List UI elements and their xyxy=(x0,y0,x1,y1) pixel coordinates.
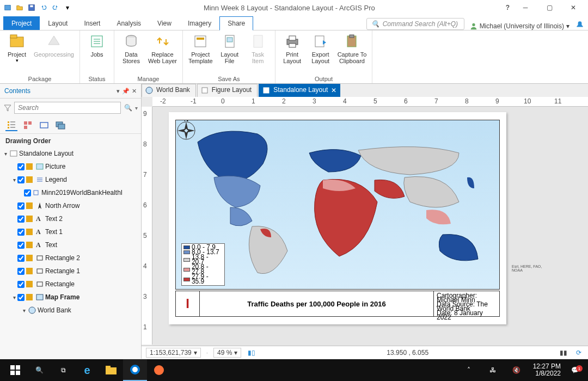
print-layout-button[interactable]: Print Layout xyxy=(279,32,306,65)
contents-search-input[interactable] xyxy=(14,102,121,114)
edge-icon[interactable]: e xyxy=(75,359,99,381)
file-explorer-icon[interactable] xyxy=(99,359,123,381)
north-arrow-icon: N xyxy=(176,120,197,141)
visibility-checkbox[interactable] xyxy=(17,229,24,236)
tree-item-legend[interactable]: ▾Legend xyxy=(2,173,139,186)
tree-item-rect[interactable]: Rectangle xyxy=(2,278,139,291)
filter-icon[interactable] xyxy=(3,103,12,112)
project-package-button[interactable]: Project ▾ xyxy=(3,32,30,64)
notifications-icon[interactable] xyxy=(575,20,585,30)
taskbar-clock[interactable]: 12:27 PM1/8/2022 xyxy=(529,363,565,377)
tray-chevron-icon[interactable]: ˄ xyxy=(457,359,481,381)
user-menu[interactable]: Michael (University of Illinois) ▾ xyxy=(470,22,569,30)
tree-root[interactable]: ▾Standalone Layout xyxy=(2,147,139,160)
command-search[interactable]: 🔍 Command Search (Alt+Q) xyxy=(366,18,464,30)
tree-item-mapframe[interactable]: ▾Map Frame xyxy=(2,291,139,304)
tab-share[interactable]: Share xyxy=(219,16,253,30)
pane-menu-icon[interactable]: ▾ xyxy=(117,88,120,95)
task-view-icon[interactable]: ⧉ xyxy=(51,359,75,381)
qat-customize-icon[interactable]: ▾ xyxy=(62,2,73,13)
visibility-checkbox[interactable] xyxy=(17,216,24,223)
tree-item-text2[interactable]: AText 2 xyxy=(2,212,139,225)
export-layout-button[interactable]: Export Layout xyxy=(307,32,334,65)
doc-tab-worldbank[interactable]: World Bank xyxy=(142,84,196,97)
chevron-down-icon: ▾ xyxy=(16,58,19,63)
replace-web-layer-button[interactable]: Replace Web Layer xyxy=(146,32,179,65)
list-by-element-icon[interactable] xyxy=(38,119,50,131)
list-by-selection-icon[interactable] xyxy=(54,119,66,131)
tree-item-text[interactable]: AText xyxy=(2,238,139,251)
tree-item-rect2[interactable]: Rectangle 2 xyxy=(2,251,139,265)
tree-item-north-arrow[interactable]: North Arrow xyxy=(2,199,139,212)
visibility-checkbox[interactable] xyxy=(17,281,24,288)
visibility-checkbox[interactable] xyxy=(17,202,24,210)
start-button[interactable] xyxy=(3,359,27,381)
visibility-checkbox[interactable] xyxy=(17,242,24,249)
svg-rect-45 xyxy=(26,242,33,248)
data-stores-button[interactable]: Data Stores xyxy=(118,32,145,65)
pane-close-icon[interactable]: ✕ xyxy=(132,88,137,95)
svg-rect-15 xyxy=(254,35,262,47)
list-by-source-icon[interactable] xyxy=(22,119,34,131)
refresh-icon[interactable]: ⟳ xyxy=(574,348,584,358)
svg-rect-41 xyxy=(34,190,38,195)
visibility-checkbox[interactable] xyxy=(17,176,24,183)
project-template-button[interactable]: Project Template xyxy=(186,32,215,65)
pause-drawing-icon[interactable]: ▮▮ xyxy=(559,348,568,358)
doc-tab-standalone-layout[interactable]: Standalone Layout✕ xyxy=(259,84,340,97)
tree-item-rect1[interactable]: Rectangle 1 xyxy=(2,265,139,278)
open-project-icon[interactable] xyxy=(14,2,25,13)
capture-clipboard-button[interactable]: Capture To Clipboard xyxy=(335,32,369,65)
new-project-icon[interactable] xyxy=(2,2,13,13)
tab-analysis[interactable]: Analysis xyxy=(108,16,149,30)
scale-input[interactable]: 1:153,621,739▾ xyxy=(146,348,201,358)
visibility-checkbox[interactable] xyxy=(17,294,24,301)
svg-rect-21 xyxy=(350,35,354,38)
save-icon[interactable] xyxy=(26,2,37,13)
close-button[interactable]: ✕ xyxy=(565,0,581,15)
search-icon[interactable]: 🔍 xyxy=(123,104,133,112)
volume-icon[interactable]: 🔇 xyxy=(505,359,529,381)
zoom-input[interactable]: 49 %▾ xyxy=(213,348,241,358)
undo-icon[interactable] xyxy=(38,2,49,13)
layout-viewport[interactable]: 0.0 - 7.9 8.0 - 13.7 13.8 - 20.7 20.8 - … xyxy=(152,107,588,346)
maximize-button[interactable]: ▢ xyxy=(541,0,558,15)
redo-icon[interactable] xyxy=(50,2,61,13)
tab-insert[interactable]: Insert xyxy=(76,16,108,30)
cursor-coords: 13.950 , 6.055 xyxy=(387,349,428,357)
search-taskbar-icon[interactable]: 🔍 xyxy=(27,359,51,381)
doc-tab-figure-layout[interactable]: Figure Layout xyxy=(197,84,258,97)
visibility-checkbox[interactable] xyxy=(17,268,24,275)
close-tab-icon[interactable]: ✕ xyxy=(331,87,336,94)
svg-rect-33 xyxy=(58,124,65,129)
zoom-slider-icon[interactable]: ▮▯ xyxy=(247,348,256,358)
network-icon[interactable]: 🖧 xyxy=(481,359,505,381)
visibility-checkbox[interactable] xyxy=(24,189,31,196)
list-by-drawing-order-icon[interactable] xyxy=(5,119,17,131)
logo-icon: I xyxy=(176,291,200,316)
arcgis-pro-icon[interactable] xyxy=(123,359,147,381)
tree-item-picture[interactable]: Picture xyxy=(2,160,139,173)
layout-file-button[interactable]: Layout File xyxy=(216,32,243,65)
tree-item-worldbank[interactable]: ▾World Bank xyxy=(2,304,139,317)
help-icon[interactable]: ? xyxy=(506,4,510,11)
svg-point-67 xyxy=(132,367,138,372)
chevron-down-icon[interactable]: ▾ xyxy=(135,105,138,111)
tree-item-legend-layer[interactable]: Minn2019WorldBankHealthI xyxy=(2,186,139,199)
firefox-icon[interactable] xyxy=(147,359,171,381)
drawing-order-heading: Drawing Order xyxy=(0,134,141,147)
map-frame[interactable]: 0.0 - 7.9 8.0 - 13.7 13.8 - 20.7 20.8 - … xyxy=(175,120,500,290)
tab-imagery[interactable]: Imagery xyxy=(180,16,219,30)
document-tabs: World Bank Figure Layout Standalone Layo… xyxy=(142,84,588,97)
jobs-button[interactable]: Jobs xyxy=(83,32,111,59)
tree-item-text1[interactable]: AText 1 xyxy=(2,225,139,238)
pane-pin-icon[interactable]: 📌 xyxy=(122,88,130,95)
tab-layout[interactable]: Layout xyxy=(40,16,76,30)
visibility-checkbox[interactable] xyxy=(17,163,24,170)
svg-rect-4 xyxy=(10,37,23,47)
minimize-button[interactable]: ─ xyxy=(517,0,534,15)
action-center-icon[interactable]: 💬1 xyxy=(565,366,585,374)
visibility-checkbox[interactable] xyxy=(17,255,24,262)
tab-project[interactable]: Project xyxy=(3,16,40,30)
tab-view[interactable]: View xyxy=(149,16,180,30)
